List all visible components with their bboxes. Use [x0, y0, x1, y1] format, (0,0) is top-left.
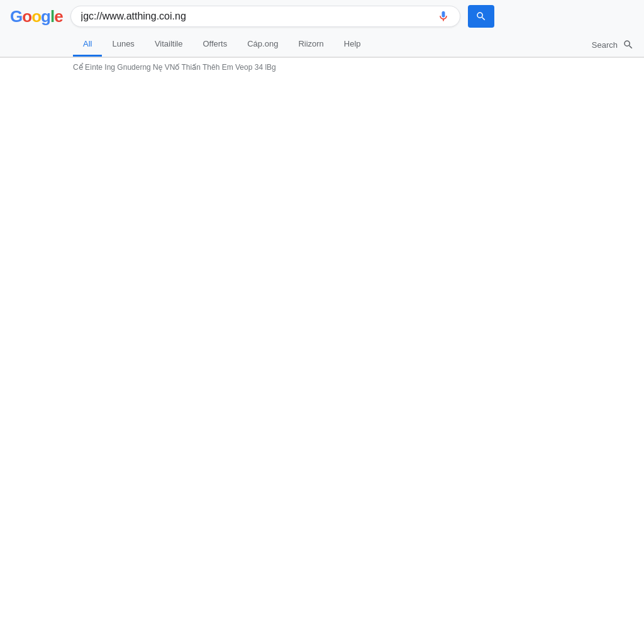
search-input[interactable]: jgc://www.atthing.coi.ng [81, 11, 432, 22]
main-content [0, 77, 644, 97]
search-button[interactable] [468, 5, 494, 28]
result-info-text: Cể Eìnte Ing Gnuderng Nę VNố Thiấn Thêh … [73, 63, 276, 72]
tab-riizorn[interactable]: Riizorn [288, 33, 333, 57]
google-logo[interactable]: Google [10, 7, 63, 26]
header: Google jgc://www.atthing.coi.ng All Lune… [0, 0, 644, 58]
tab-vitailtile[interactable]: Vitailtile [145, 33, 193, 57]
toolbar-search-label[interactable]: Search [592, 40, 618, 50]
toolbar-search-icon[interactable] [623, 39, 634, 50]
microphone-icon[interactable] [437, 10, 450, 23]
tab-cap-ong[interactable]: Cáp.ong [237, 33, 288, 57]
tabs-row: All Lunes Vitailtile Offerts Cáp.ong Rii… [0, 33, 644, 57]
tabs-search-area: Search [592, 39, 634, 50]
tab-all[interactable]: All [73, 33, 102, 57]
result-info: Cể Eìnte Ing Gnuderng Nę VNố Thiấn Thêh … [0, 58, 644, 77]
tab-help[interactable]: Help [334, 33, 371, 57]
search-bar-row: Google jgc://www.atthing.coi.ng [0, 0, 644, 33]
search-input-wrapper: jgc://www.atthing.coi.ng [70, 6, 460, 27]
tab-lunes[interactable]: Lunes [102, 33, 144, 57]
tab-offerts[interactable]: Offerts [192, 33, 237, 57]
